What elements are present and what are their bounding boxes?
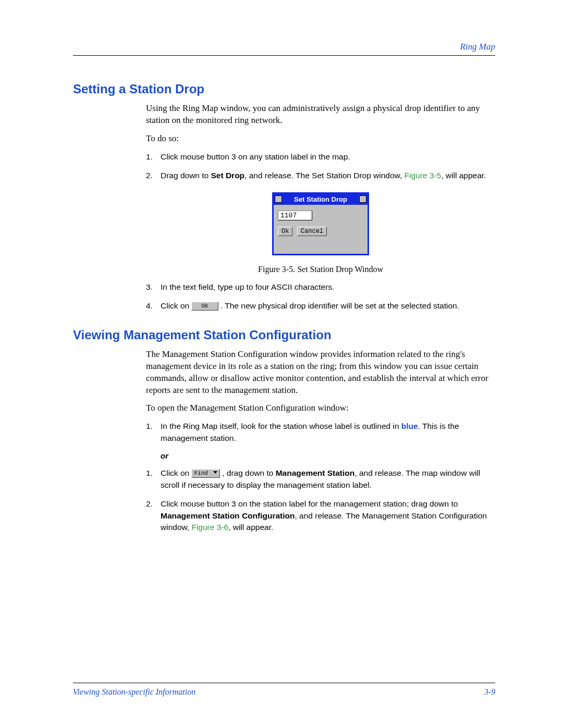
open-window-label: To open the Management Station Configura…	[146, 402, 495, 414]
todo-label: To do so:	[146, 133, 495, 145]
footer-section-label: Viewing Station-specific Information	[73, 687, 195, 697]
dialog-title: Set Station Drop	[294, 195, 347, 203]
step-4: 4. Click on Ok . The new physical drop i…	[146, 300, 495, 312]
step-2: 2. Drag down to Set Drop, and release. T…	[146, 170, 495, 181]
intro-paragraph-2: The Management Station Configuration win…	[146, 349, 495, 397]
step-text: Click mouse button 3 on any station labe…	[161, 151, 495, 163]
step-1b: 1. In the Ring Map itself, look for the …	[146, 421, 495, 444]
step-text: In the Ring Map itself, look for the sta…	[161, 421, 495, 444]
intro-paragraph: Using the Ring Map window, you can admin…	[146, 103, 495, 127]
figure-caption: Figure 3-5. Set Station Drop Window	[146, 265, 495, 274]
window-resize-icon[interactable]	[359, 195, 366, 203]
step-1c: 1. Click on Find , drag down to Manageme…	[146, 467, 495, 491]
step-number: 1.	[146, 467, 161, 491]
step-text: Click on Ok . The new physical drop iden…	[161, 300, 495, 312]
step-3: 3. In the text field, type up to four AS…	[146, 281, 495, 293]
step-text: Click on Find , drag down to Management …	[161, 467, 495, 491]
step-number: 2.	[146, 498, 161, 533]
heading-setting-station-drop: Setting a Station Drop	[73, 82, 495, 96]
step-number: 1.	[146, 421, 161, 444]
set-station-drop-dialog: Set Station Drop 1107 Ok Cancel	[272, 192, 369, 255]
page-number: 3-9	[484, 687, 495, 697]
step-number: 3.	[146, 281, 161, 293]
cancel-button[interactable]: Cancel	[297, 227, 327, 236]
step-2b: 2. Click mouse button 3 on the station l…	[146, 498, 495, 533]
ok-inline-button[interactable]: Ok	[191, 302, 218, 311]
find-dropdown-button[interactable]: Find	[191, 469, 219, 478]
drop-id-input[interactable]: 1107	[278, 211, 312, 220]
step-text: In the text field, type up to four ASCII…	[161, 281, 495, 293]
heading-viewing-mgmt-station: Viewing Management Station Configuration	[73, 328, 495, 342]
step-text: Click mouse button 3 on the station labe…	[161, 498, 495, 533]
figure-link[interactable]: Figure 3-5	[405, 171, 442, 180]
step-1: 1. Click mouse button 3 on any station l…	[146, 151, 495, 163]
step-number: 4.	[146, 300, 161, 312]
step-number: 2.	[146, 170, 161, 181]
ok-button[interactable]: Ok	[278, 227, 292, 236]
step-text: Drag down to Set Drop, and release. The …	[161, 170, 495, 181]
chevron-down-icon	[213, 471, 217, 474]
step-number: 1.	[146, 151, 161, 163]
header-section-label: Ring Map	[73, 42, 495, 56]
window-menu-icon[interactable]	[275, 195, 282, 203]
or-label: or	[161, 451, 495, 460]
figure-link[interactable]: Figure 3-6	[191, 523, 228, 532]
